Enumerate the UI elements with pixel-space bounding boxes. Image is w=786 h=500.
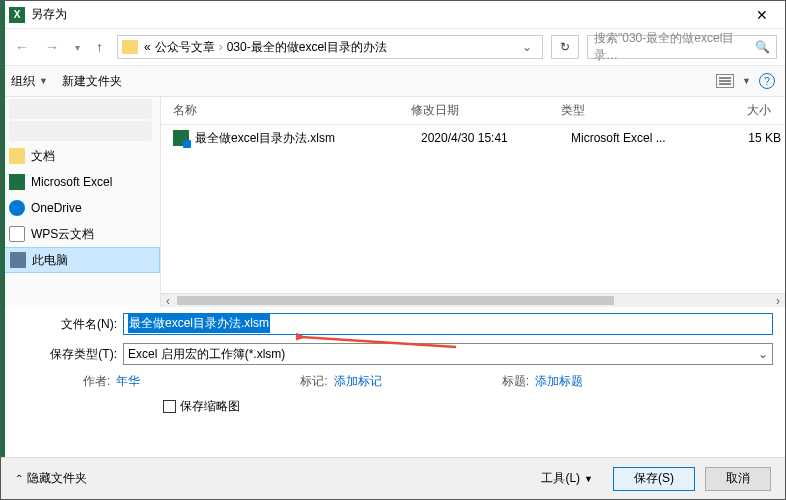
breadcrumb-seg[interactable]: 公众号文章 xyxy=(153,39,217,56)
forward-icon[interactable]: → xyxy=(39,37,65,57)
save-button[interactable]: 保存(S) xyxy=(613,467,695,491)
title-value[interactable]: 添加标题 xyxy=(535,373,583,390)
chevron-right-icon[interactable]: › xyxy=(217,40,225,54)
folder-icon xyxy=(9,148,25,164)
excel-icon xyxy=(9,174,25,190)
scroll-left-icon[interactable]: ‹ xyxy=(161,294,175,307)
horizontal-scrollbar[interactable]: ‹ › xyxy=(161,293,785,307)
tags-label: 标记: xyxy=(300,373,327,390)
tools-button[interactable]: 工具(L) ▼ xyxy=(531,467,603,491)
up-icon[interactable]: ↑ xyxy=(90,37,109,57)
folder-icon xyxy=(122,40,138,54)
filetype-label: 保存类型(T): xyxy=(13,346,123,363)
annotation-arrow xyxy=(296,333,466,357)
column-header-date[interactable]: 修改日期 xyxy=(411,102,561,119)
author-value[interactable]: 年华 xyxy=(116,373,140,390)
view-options-icon[interactable] xyxy=(716,74,734,88)
sidebar-item-excel[interactable]: Microsoft Excel xyxy=(1,169,160,195)
file-list: 名称 修改日期 类型 大小 最全做excel目录办法.xlsm 2020/4/3… xyxy=(161,97,785,307)
excel-app-icon: X xyxy=(9,7,25,23)
sidebar-item-thispc[interactable]: 此电脑 xyxy=(1,247,160,273)
refresh-icon[interactable]: ↻ xyxy=(551,35,579,59)
pc-icon xyxy=(10,252,26,268)
save-thumbnail-label[interactable]: 保存缩略图 xyxy=(180,398,240,415)
help-icon[interactable]: ? xyxy=(759,73,775,89)
sidebar-item-documents[interactable]: 文档 xyxy=(1,143,160,169)
file-row[interactable]: 最全做excel目录办法.xlsm 2020/4/30 15:41 Micros… xyxy=(161,125,785,151)
sidebar-item-blurred[interactable] xyxy=(9,99,152,119)
cancel-button[interactable]: 取消 xyxy=(705,467,771,491)
onedrive-icon xyxy=(9,200,25,216)
author-label: 作者: xyxy=(83,373,110,390)
filename-input[interactable]: 最全做excel目录办法.xlsm xyxy=(123,313,773,335)
scroll-right-icon[interactable]: › xyxy=(771,294,785,307)
breadcrumb[interactable]: « 公众号文章 › 030-最全的做excel目录的办法 ⌄ xyxy=(117,35,543,59)
save-thumbnail-checkbox[interactable] xyxy=(163,400,176,413)
title-label: 标题: xyxy=(502,373,529,390)
sidebar-item-wps[interactable]: WPS云文档 xyxy=(1,221,160,247)
window-title: 另存为 xyxy=(31,6,67,23)
column-header-size[interactable]: 大小 xyxy=(711,102,771,119)
chevron-down-icon: ▼ xyxy=(39,76,48,86)
hide-folders-button[interactable]: ⌃ 隐藏文件夹 xyxy=(15,470,87,487)
column-header-type[interactable]: 类型 xyxy=(561,102,711,119)
sidebar-item-blurred[interactable] xyxy=(9,121,152,141)
back-icon[interactable]: ← xyxy=(9,37,35,57)
tags-value[interactable]: 添加标记 xyxy=(334,373,382,390)
chevron-up-icon: ⌃ xyxy=(15,473,23,484)
search-input[interactable]: 搜索"030-最全的做excel目录… 🔍 xyxy=(587,35,777,59)
sidebar-item-onedrive[interactable]: OneDrive xyxy=(1,195,160,221)
cloud-icon xyxy=(9,226,25,242)
chevron-down-icon: ⌄ xyxy=(758,347,768,361)
svg-line-1 xyxy=(301,337,456,347)
column-header-name[interactable]: 名称 xyxy=(161,102,411,119)
chevron-down-icon: ▼ xyxy=(584,474,593,484)
recent-dropdown-icon[interactable]: ▾ xyxy=(69,40,86,55)
search-icon: 🔍 xyxy=(755,40,770,54)
filename-label: 文件名(N): xyxy=(13,316,123,333)
close-icon[interactable]: ✕ xyxy=(747,7,777,23)
organize-button[interactable]: 组织 ▼ xyxy=(11,73,48,90)
chevron-down-icon[interactable]: ▼ xyxy=(742,76,751,86)
newfolder-button[interactable]: 新建文件夹 xyxy=(62,73,122,90)
chevron-down-icon[interactable]: ⌄ xyxy=(516,40,538,54)
xlsm-file-icon xyxy=(173,130,189,146)
breadcrumb-seg[interactable]: 030-最全的做excel目录的办法 xyxy=(225,39,389,56)
sidebar: 文档 Microsoft Excel OneDrive WPS云文档 此电脑 xyxy=(1,97,161,307)
